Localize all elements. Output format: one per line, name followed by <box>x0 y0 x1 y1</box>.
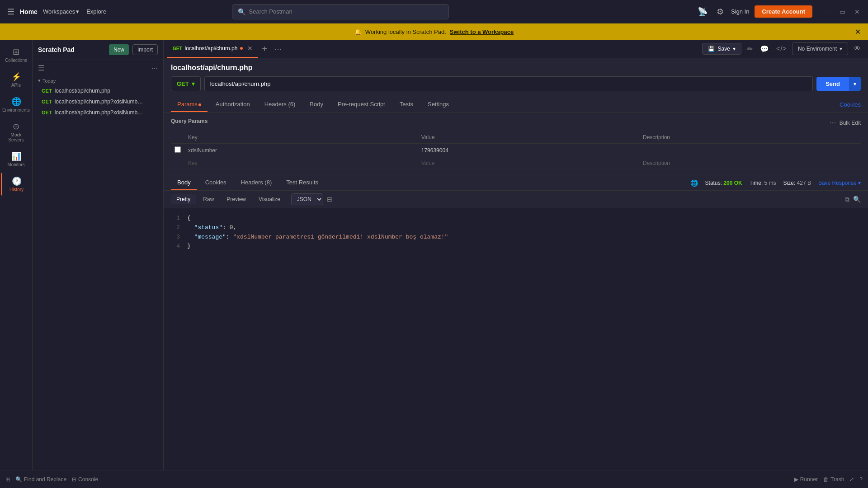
copy-response-button[interactable]: ⧉ <box>845 196 849 203</box>
home-link[interactable]: Home <box>20 8 38 15</box>
layout-icon-button[interactable]: ⊞ <box>5 476 10 483</box>
history-url: localhost/api/churn.php?xdslNumber=1 <box>55 99 145 105</box>
code-icon-button[interactable]: </> <box>774 43 788 55</box>
new-button[interactable]: New <box>109 44 129 55</box>
tab-authorization[interactable]: Authorization <box>209 97 256 112</box>
param-desc-1[interactable] <box>639 144 861 157</box>
mock-servers-icon: ⊙ <box>13 122 19 131</box>
tab-response-body[interactable]: Body <box>171 175 197 190</box>
code-line-1: 1 { <box>171 214 861 223</box>
import-button[interactable]: Import <box>132 44 158 55</box>
maximize-button[interactable]: ▭ <box>837 7 848 16</box>
param-key-1[interactable]: xdslNumber <box>184 144 418 157</box>
hamburger-icon[interactable]: ☰ <box>5 5 16 19</box>
sidebar-more-icon[interactable]: ⋯ <box>151 65 158 72</box>
minimize-button[interactable]: ─ <box>823 7 833 16</box>
tab-response-cookies[interactable]: Cookies <box>199 175 233 190</box>
monitors-icon: 📊 <box>11 151 21 161</box>
filter-format-icon[interactable]: ⊟ <box>327 196 332 203</box>
comment-icon-button[interactable]: 💬 <box>758 43 771 55</box>
format-tab-visualize[interactable]: Visualize <box>253 194 286 204</box>
bulk-edit-button[interactable]: Bulk Edit <box>840 120 861 126</box>
format-tab-preview[interactable]: Preview <box>221 194 251 204</box>
sidebar-item-mock-servers[interactable]: ⊙ Mock Servers <box>1 118 32 146</box>
param-desc-empty[interactable]: Description <box>639 157 861 169</box>
send-button[interactable]: Send <box>816 77 849 91</box>
send-dropdown-button[interactable]: ▾ <box>849 77 861 91</box>
key-column-header: Key <box>184 131 418 144</box>
params-dot <box>198 103 201 106</box>
history-group-label[interactable]: ▾ Today <box>38 78 158 84</box>
tab-close-button[interactable]: ✕ <box>247 45 253 52</box>
fullscreen-icon-button[interactable]: ⤢ <box>849 476 854 483</box>
send-button-group: Send ▾ <box>816 77 861 91</box>
cookies-link[interactable]: Cookies <box>840 101 861 108</box>
filter-icon[interactable]: ☰ <box>38 64 44 72</box>
save-response-button[interactable]: Save Response ▾ <box>818 180 861 186</box>
env-settings-icon[interactable]: 👁 <box>852 43 863 55</box>
history-item-3[interactable]: GET localhost/api/churn.php?xdslNumber=1 <box>38 107 158 118</box>
param-value-1[interactable]: 179639004 <box>418 144 639 157</box>
tab-headers[interactable]: Headers (6) <box>258 97 302 112</box>
sidebar-item-collections[interactable]: ⊞ Collections <box>1 43 32 66</box>
search-icon: 🔍 <box>238 8 245 15</box>
param-checkbox-1[interactable] <box>175 146 181 153</box>
tab-unsaved-dot <box>240 47 243 50</box>
sidebar-item-history[interactable]: 🕐 History <box>1 173 32 196</box>
status-value: 200 OK <box>723 180 742 186</box>
tab-tests[interactable]: Tests <box>393 97 420 112</box>
param-key-empty[interactable]: Key <box>184 157 418 169</box>
workspaces-menu[interactable]: Workspaces ▾ <box>43 8 79 15</box>
tab-test-results[interactable]: Test Results <box>280 175 325 190</box>
main-content: GET localhost/api/churn.ph ✕ + ⋯ 💾 Save … <box>164 40 868 470</box>
sidebar-item-apis[interactable]: ⚡ APIs <box>1 68 32 91</box>
trash-button[interactable]: 🗑 Trash <box>823 476 844 483</box>
find-replace-button[interactable]: 🔍 Find and Replace <box>15 476 66 483</box>
main-layout: ⊞ Collections ⚡ APIs 🌐 Environments ⊙ Mo… <box>0 40 868 470</box>
gear-icon[interactable]: ⚙ <box>715 5 726 19</box>
tab-settings[interactable]: Settings <box>421 97 455 112</box>
help-icon-button[interactable]: ? <box>859 476 863 483</box>
history-item-2[interactable]: GET localhost/api/churn.php?xdslNumber=1 <box>38 96 158 107</box>
close-button[interactable]: ✕ <box>852 7 863 16</box>
time-label: Time: 5 ms <box>750 180 776 186</box>
top-nav: ☰ Home Workspaces ▾ Explore 🔍 Search Pos… <box>0 0 868 23</box>
history-icon: 🕐 <box>12 176 22 186</box>
sidebar-item-environments[interactable]: 🌐 Environments <box>1 93 32 116</box>
explore-link[interactable]: Explore <box>86 8 106 15</box>
history-item-1[interactable]: GET localhost/api/churn.php <box>38 85 158 96</box>
save-button[interactable]: 💾 Save ▾ <box>702 43 741 55</box>
tabs-more-button[interactable]: ⋯ <box>271 45 285 53</box>
request-tab[interactable]: GET localhost/api/churn.ph ✕ <box>167 40 258 58</box>
sign-in-link[interactable]: Sign In <box>731 8 749 15</box>
history-url: localhost/api/churn.php <box>55 88 110 94</box>
tab-bar-row: GET localhost/api/churn.ph ✕ + ⋯ 💾 Save … <box>164 40 868 58</box>
create-account-button[interactable]: Create Account <box>755 5 812 18</box>
tab-params[interactable]: Params <box>171 97 208 112</box>
method-badge: GET <box>42 110 52 115</box>
method-selector[interactable]: GET ▾ <box>171 76 201 91</box>
tab-response-headers[interactable]: Headers (8) <box>235 175 278 190</box>
satellite-icon[interactable]: 📡 <box>696 5 709 19</box>
console-button[interactable]: ⊟ Console <box>72 476 98 483</box>
url-input[interactable] <box>204 76 813 91</box>
request-params-tabs: Params Authorization Headers (6) Body Pr… <box>164 97 868 113</box>
edit-icon-button[interactable]: ✏ <box>745 43 755 55</box>
environment-selector[interactable]: No Environment ▾ <box>792 42 848 55</box>
param-value-empty[interactable]: Value <box>418 157 639 169</box>
format-tab-raw[interactable]: Raw <box>198 194 219 204</box>
search-response-button[interactable]: 🔍 <box>853 196 861 203</box>
sidebar-icons: ⊞ Collections ⚡ APIs 🌐 Environments ⊙ Mo… <box>0 40 33 470</box>
params-more-button[interactable]: ⋯ <box>830 119 836 127</box>
sidebar-item-monitors[interactable]: 📊 Monitors <box>1 148 32 171</box>
format-type-select[interactable]: JSON <box>291 193 323 205</box>
search-bar[interactable]: 🔍 Search Postman <box>232 4 449 19</box>
banner-close-button[interactable]: ✕ <box>855 28 861 36</box>
add-tab-button[interactable]: + <box>258 44 271 54</box>
format-tab-pretty[interactable]: Pretty <box>171 194 196 204</box>
switch-workspace-link[interactable]: Switch to a Workspace <box>450 28 514 35</box>
tab-body[interactable]: Body <box>303 97 330 112</box>
tab-pre-request-script[interactable]: Pre-request Script <box>331 97 392 112</box>
format-tabs: Pretty Raw Preview Visualize JSON ⊟ ⧉ 🔍 <box>164 191 868 208</box>
runner-button[interactable]: ▶ Runner <box>794 476 818 483</box>
